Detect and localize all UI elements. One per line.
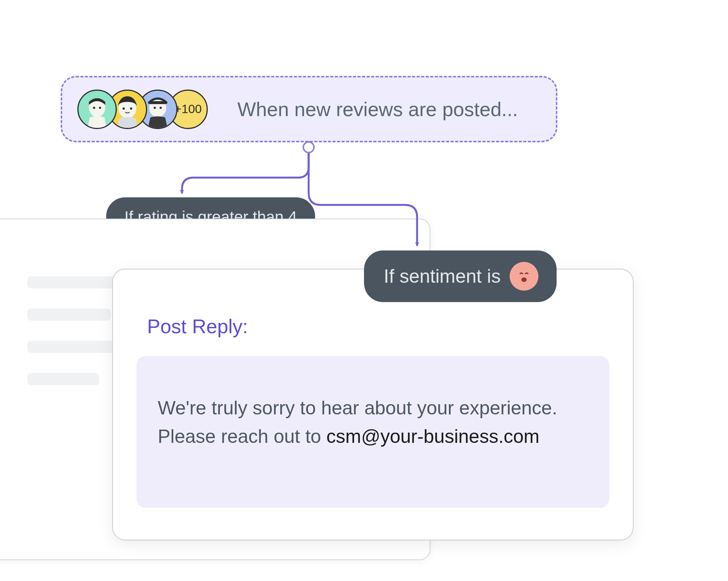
svg-point-8 [154, 107, 156, 109]
reply-body[interactable]: We're truly sorry to hear about your exp… [136, 356, 609, 508]
svg-point-4 [122, 107, 125, 110]
avatar-overflow-label: +100 [174, 102, 202, 116]
connector-node-dot [303, 141, 315, 153]
avatar [77, 90, 117, 129]
avatar-group: +100 [77, 90, 208, 129]
svg-rect-7 [149, 101, 166, 104]
trigger-text: When new reviews are posted... [237, 98, 518, 121]
svg-point-5 [130, 107, 132, 110]
condition-sentiment-pill[interactable]: If sentiment is [364, 250, 557, 302]
svg-point-10 [521, 277, 527, 282]
workflow-canvas: +100 When new reviews are posted... If r… [0, 0, 728, 581]
svg-point-2 [99, 107, 101, 109]
svg-point-9 [160, 107, 162, 109]
skeleton-line [27, 373, 99, 385]
skeleton-line [27, 309, 111, 321]
reply-heading: Post Reply: [147, 315, 609, 338]
reply-card: Post Reply: We're truly sorry to hear ab… [112, 269, 634, 540]
trigger-node[interactable]: +100 When new reviews are posted... [61, 76, 557, 142]
svg-point-1 [93, 107, 95, 109]
person-icon [78, 91, 116, 128]
skeleton-line [27, 276, 118, 288]
skeleton-line [27, 341, 118, 353]
condition-sentiment-label: If sentiment is [384, 265, 500, 287]
sad-face-icon [510, 262, 538, 291]
reply-email: csm@your-business.com [326, 426, 540, 447]
